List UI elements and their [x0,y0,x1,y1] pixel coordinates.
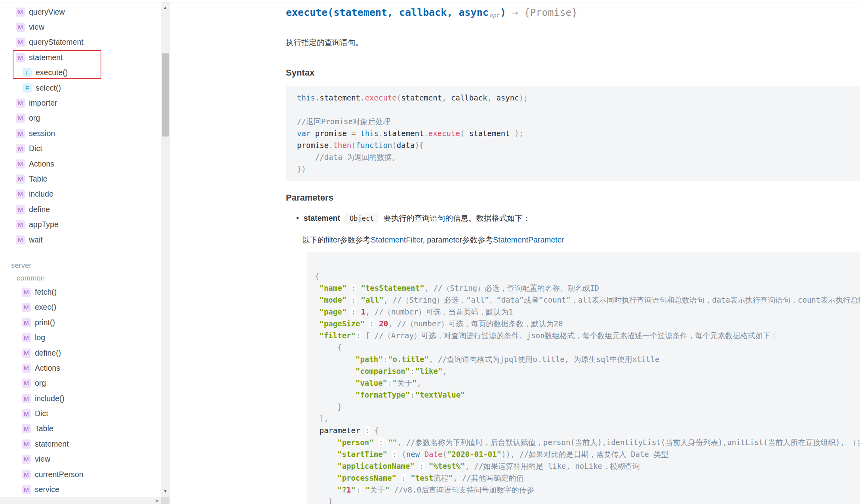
statement-filter-link[interactable]: StatementFilter [371,235,422,244]
sidebar-section-label: server [0,259,161,272]
sidebar-item-select[interactable]: Fselect() [0,80,161,95]
sidebar-item-label: select() [36,83,61,93]
module-badge-icon: M [16,114,25,123]
sidebar-item-wait[interactable]: Mwait [0,232,161,247]
code-line: "filter": [ //（Array）可选，对查询进行过滤的条件。json数… [315,330,860,341]
module-badge-icon: M [22,333,31,342]
code-line: "pageSize" : 20, //（number）可选，每页的数据条数，默认… [315,318,860,330]
sidebar-item-exec[interactable]: Mexec() [0,300,161,315]
statement-json-code-block: { "name" : "tesStatement", //（String）必选，… [307,252,860,504]
sidebar-item-label: define [29,205,50,214]
signature-close: ) [500,7,506,18]
sidebar-item-service[interactable]: Mservice [0,482,161,497]
sidebar-item-actions[interactable]: MActions [0,156,161,171]
module-badge-icon: M [22,364,31,373]
module-badge-icon: M [22,470,31,479]
parameter-statement: •statementObject要执行的查询语句的信息。数据格式如下： [286,212,860,224]
sidebar-item-querystatement[interactable]: MqueryStatement [0,35,161,50]
sidebar-item-print[interactable]: Mprint() [0,315,161,330]
module-badge-icon: M [16,23,25,32]
sidebar-horizontal-scrollbar[interactable]: ▶ [0,497,161,504]
code-line: "page" : 1, //（number）可选，当前页码，默认为1 [315,306,860,318]
module-badge-icon: M [22,440,31,449]
scroll-down-icon[interactable]: ▼ [161,488,169,494]
sidebar-item-session[interactable]: Msession [0,126,161,141]
sidebar-item-dict[interactable]: MDict [0,406,161,421]
reference-text: , parameter参数参考 [422,235,493,244]
module-badge-icon: M [16,174,25,184]
module-badge-icon: M [22,288,31,297]
sidebar-item-label: Dict [35,409,48,418]
sidebar-nav: MqueryViewMviewMqueryStatementMstatement… [0,2,161,497]
sidebar-item-queryview[interactable]: MqueryView [0,4,161,19]
sidebar-item-label: include() [35,394,65,403]
module-badge-icon: M [16,8,25,17]
code-line: "formatType":"textValue" [315,389,860,401]
sidebar-item-label: Actions [35,364,60,373]
sidebar-item-org[interactable]: Morg [0,376,161,391]
sidebar-item-view[interactable]: Mview [0,452,161,467]
sidebar-item-statement[interactable]: Mstatement [0,50,161,65]
sidebar-item-importer[interactable]: Mimporter [0,95,161,110]
sidebar-item-label: log [35,333,45,342]
syntax-code-block: this.statement.execute(statement, callba… [286,86,860,181]
module-badge-icon: M [16,38,25,47]
sidebar-item-include[interactable]: Minclude [0,187,161,202]
sidebar-item-label: exec() [35,303,56,312]
parameters-heading: Parameters [286,192,860,203]
code-line: }) [297,163,860,175]
sidebar-item-define[interactable]: Mdefine() [0,345,161,360]
scroll-right-icon[interactable]: ▶ [156,498,159,503]
sidebar-item-actions[interactable]: MActions [0,360,161,375]
code-line [297,104,860,116]
code-line: { [315,341,860,353]
sidebar-item-label: importer [29,99,57,108]
sidebar-item-execute[interactable]: Fexecute() [0,65,161,80]
statement-parameter-link[interactable]: StatementParameter [493,235,564,244]
code-line: "processName" : "test流程", //其他写确定的值 [315,472,860,484]
code-line: ], [315,413,860,424]
sidebar-item-currentperson[interactable]: McurrentPerson [0,467,161,482]
sidebar-item-fetch[interactable]: Mfetch() [0,284,161,299]
sidebar-item-label: define() [35,349,61,358]
sidebar-item-include[interactable]: Minclude() [0,391,161,406]
code-line: //data 为返回的数据。 [297,151,860,163]
parameter-description: 要执行的查询语句的信息。数据格式如下： [383,214,530,222]
sidebar-item-table[interactable]: MTable [0,171,161,186]
sidebar-item-dict[interactable]: MDict [0,141,161,156]
sidebar-item-view[interactable]: Mview [0,19,161,34]
scroll-up-icon[interactable]: ▲ [161,5,169,10]
sidebar-item-statement[interactable]: Mstatement [0,436,161,451]
code-line: //返回Promise对象后处理 [297,116,860,127]
sidebar-item-label: service [35,485,59,494]
page-title: execute(statement, callback, asyncopt) →… [286,6,860,22]
module-badge-icon: M [22,424,31,433]
sidebar-item-label: Table [29,174,48,184]
module-badge-icon: M [16,53,25,62]
code-line: "mode" : "all", //（String）必选，“all”、“data… [315,294,860,306]
code-line: promise.then(function(data){ [297,139,860,151]
sidebar-item-table[interactable]: MTable [0,421,161,436]
sidebar-item-apptype[interactable]: MappType [0,217,161,232]
main-content: execute(statement, callback, asyncopt) →… [170,2,860,504]
sidebar-item-label: Table [35,424,53,433]
module-badge-icon: M [22,485,31,494]
code-line: "comparison":"like", [315,365,860,377]
sidebar-item-label: view [35,455,50,464]
module-badge-icon: M [22,318,31,327]
sidebar-item-org[interactable]: Morg [0,111,161,126]
return-type: → {Promise} [506,7,578,18]
function-badge-icon: F [23,68,32,77]
sidebar-item-label: common [17,274,45,282]
sidebar-item-label: queryStatement [29,38,84,47]
sidebar-item-log[interactable]: Mlog [0,330,161,345]
bullet-icon: • [296,214,299,222]
module-badge-icon: M [16,235,25,244]
vertical-scrollbar-thumb[interactable] [162,53,169,136]
sidebar-item-define[interactable]: Mdefine [0,202,161,217]
sidebar-vertical-scrollbar[interactable]: ▲ ▼ [161,2,169,497]
sidebar-item-label: statement [29,53,63,62]
module-badge-icon: M [22,379,31,388]
sidebar-item-label: execute() [36,68,68,77]
code-line: "applicationName" : "%test%", //如果运算符用的是… [315,460,860,472]
